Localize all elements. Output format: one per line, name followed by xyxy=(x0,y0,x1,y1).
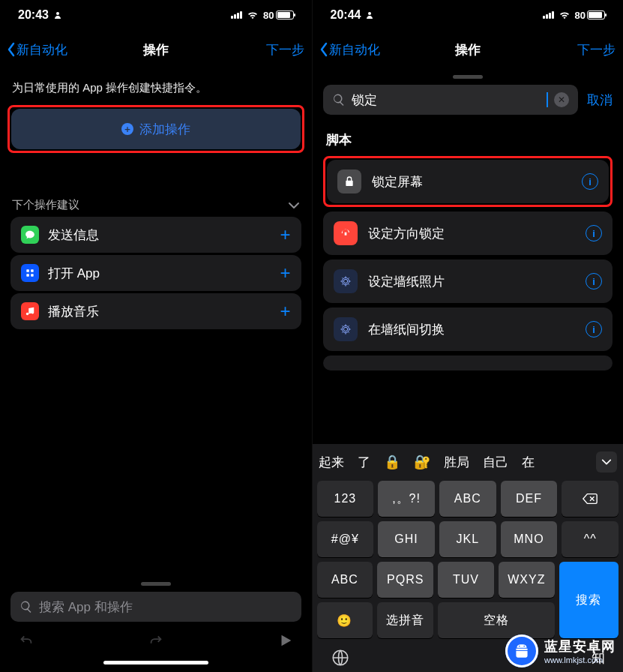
key-backspace[interactable] xyxy=(562,481,619,517)
svg-point-8 xyxy=(343,327,347,331)
key-abc-mode[interactable]: ABC xyxy=(317,562,373,598)
candidate[interactable]: 了 xyxy=(358,454,370,471)
key-abc[interactable]: ABC xyxy=(439,481,496,517)
status-time: 20:43 xyxy=(18,8,49,22)
plus-icon[interactable]: + xyxy=(280,262,290,284)
wifi-icon xyxy=(247,10,259,20)
suggestion-label: 打开 App xyxy=(48,265,100,282)
watermark-url: www.lmkjst.com xyxy=(544,656,616,664)
grabber-icon[interactable] xyxy=(453,75,483,79)
key-select-pinyin[interactable]: 选拼音 xyxy=(377,602,433,638)
back-label: 新自动化 xyxy=(16,41,67,58)
suggestions-list: 发送信息 + 打开 App + xyxy=(10,217,301,329)
highlight-add-action: ＋ 添加操作 xyxy=(7,105,304,153)
search-input[interactable] xyxy=(352,92,541,107)
candidate[interactable]: 起来 xyxy=(319,454,344,471)
svg-point-11 xyxy=(519,646,520,647)
search-field[interactable]: 搜索 App 和操作 xyxy=(10,592,301,622)
search-icon xyxy=(332,93,346,106)
key-123[interactable]: 123 xyxy=(317,481,374,517)
play-icon[interactable] xyxy=(277,632,294,649)
plus-icon[interactable]: + xyxy=(280,301,290,322)
key-symbols[interactable]: #@¥ xyxy=(317,521,374,557)
key-row-2: #@¥ GHI JKL MNO ^^ xyxy=(313,519,624,560)
result-item-partial xyxy=(323,356,613,370)
search-field[interactable]: ✕ xyxy=(323,85,579,115)
key-mno[interactable]: MNO xyxy=(501,521,558,557)
focus-icon xyxy=(53,10,62,20)
svg-point-12 xyxy=(523,646,525,647)
candidate-emoji[interactable]: 🔐 xyxy=(414,454,430,470)
key-wxyz[interactable]: WXYZ xyxy=(499,562,555,598)
key-emoji[interactable]: 🙂 xyxy=(317,602,373,638)
svg-point-5 xyxy=(368,12,371,15)
lock-icon xyxy=(337,170,361,194)
status-bar: 20:44 80 xyxy=(313,0,624,30)
suggestion-item[interactable]: 打开 App + xyxy=(10,255,301,291)
key-punct[interactable]: ,。?! xyxy=(378,481,435,517)
result-label: 设定墙纸照片 xyxy=(368,273,445,290)
back-label: 新自动化 xyxy=(329,41,380,58)
undo-icon[interactable] xyxy=(18,632,34,649)
add-action-button[interactable]: ＋ 添加操作 xyxy=(11,109,301,149)
globe-icon[interactable] xyxy=(331,648,350,668)
key-pqrs[interactable]: PQRS xyxy=(377,562,433,598)
redo-icon[interactable] xyxy=(148,632,164,649)
nav-bar: 新自动化 操作 下一步 xyxy=(0,30,312,69)
plus-icon[interactable]: + xyxy=(280,224,290,245)
signal-icon xyxy=(543,11,554,19)
key-tuv[interactable]: TUV xyxy=(438,562,494,598)
result-item[interactable]: 设定墙纸照片 i xyxy=(323,260,613,303)
wallpaper-icon xyxy=(334,269,358,293)
battery-icon: 80 xyxy=(263,10,293,21)
info-icon[interactable]: i xyxy=(586,321,602,338)
chevron-down-icon[interactable] xyxy=(288,202,300,209)
key-space[interactable]: 空格 xyxy=(438,602,555,638)
info-icon[interactable]: i xyxy=(586,273,602,290)
results-list: 锁定屏幕 i 设定方向锁定 i xyxy=(323,156,613,370)
back-button[interactable]: 新自动化 xyxy=(6,41,67,58)
search-icon xyxy=(19,600,33,614)
cancel-button[interactable]: 取消 xyxy=(587,92,613,109)
result-item[interactable]: 锁定屏幕 i xyxy=(327,160,610,203)
grabber-icon[interactable] xyxy=(141,582,171,586)
clear-icon[interactable]: ✕ xyxy=(554,92,569,107)
key-def[interactable]: DEF xyxy=(501,481,558,517)
info-icon[interactable]: i xyxy=(582,173,598,190)
suggestion-item[interactable]: 发送信息 + xyxy=(10,217,301,253)
chevron-left-icon xyxy=(319,42,329,57)
highlight-lock-screen: 锁定屏幕 i xyxy=(323,156,613,207)
key-caret[interactable]: ^^ xyxy=(562,521,619,557)
focus-icon xyxy=(365,10,374,20)
watermark-logo-icon xyxy=(505,634,538,668)
back-button[interactable]: 新自动化 xyxy=(319,41,380,58)
svg-rect-4 xyxy=(31,274,34,277)
expand-candidates-icon[interactable] xyxy=(596,452,617,472)
candidate-emoji[interactable]: 🔒 xyxy=(384,454,400,470)
svg-rect-2 xyxy=(31,269,34,272)
key-ghi[interactable]: GHI xyxy=(378,521,435,557)
open-app-icon xyxy=(21,264,39,282)
candidate[interactable]: 胜局 xyxy=(444,454,469,471)
result-item[interactable]: 在墙纸间切换 i xyxy=(323,308,613,351)
suggestions-header: 下个操作建议 xyxy=(12,198,79,212)
watermark-title: 蓝星安卓网 xyxy=(544,638,616,656)
key-row-1: 123 ,。?! ABC DEF xyxy=(313,478,624,519)
candidate[interactable]: 在 xyxy=(522,454,535,471)
wifi-icon xyxy=(559,10,571,20)
candidate[interactable]: 自己 xyxy=(483,454,508,471)
result-label: 锁定屏幕 xyxy=(372,173,423,190)
signal-icon xyxy=(231,11,242,19)
key-jkl[interactable]: JKL xyxy=(439,521,496,557)
info-icon[interactable]: i xyxy=(586,225,602,242)
next-button[interactable]: 下一步 xyxy=(577,41,616,58)
watermark: 蓝星安卓网 www.lmkjst.com xyxy=(505,634,616,668)
status-bar: 20:43 80 xyxy=(0,0,312,30)
next-button[interactable]: 下一步 xyxy=(266,41,304,58)
key-search[interactable]: 搜索 xyxy=(559,562,619,638)
bottom-sheet: 搜索 App 和操作 xyxy=(0,576,312,672)
result-label: 设定方向锁定 xyxy=(368,225,445,242)
result-item[interactable]: 设定方向锁定 i xyxy=(323,212,613,255)
suggestion-item[interactable]: 播放音乐 + xyxy=(10,293,301,329)
screenshot-right: 20:44 80 新自动化 操作 下一 xyxy=(312,0,624,672)
